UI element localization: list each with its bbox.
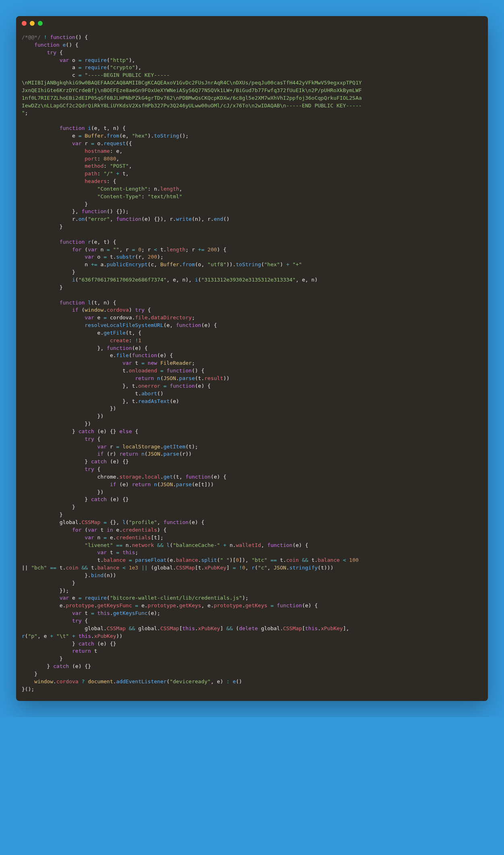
close-icon[interactable] bbox=[22, 21, 27, 26]
titlebar bbox=[16, 16, 488, 31]
code-area: /*@@*/ ! function() { function e() { try… bbox=[16, 31, 488, 701]
minimize-icon[interactable] bbox=[30, 21, 35, 26]
code-window: /*@@*/ ! function() { function e() { try… bbox=[16, 16, 488, 701]
maximize-icon[interactable] bbox=[38, 21, 43, 26]
comment-opener: /*@@*/ bbox=[22, 34, 41, 40]
